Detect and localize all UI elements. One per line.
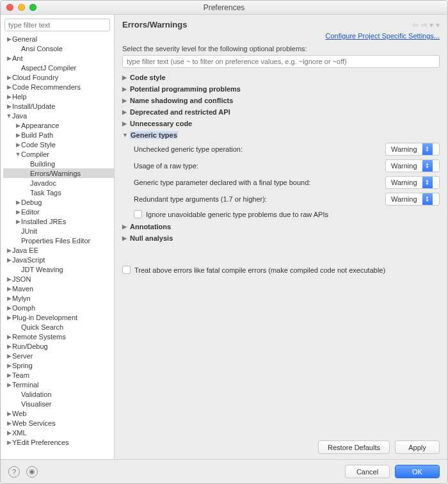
tree-item[interactable]: ▶Appearance bbox=[3, 120, 114, 130]
twisty-closed-icon[interactable]: ▶ bbox=[122, 86, 130, 92]
tree-item[interactable]: ▶Help bbox=[3, 92, 114, 101]
tree-item[interactable]: ▶Run/Debug bbox=[3, 341, 114, 351]
twisty-open-icon[interactable]: ▼ bbox=[6, 113, 12, 119]
close-icon[interactable] bbox=[6, 4, 13, 11]
checkbox-icon[interactable] bbox=[122, 266, 131, 274]
twisty-closed-icon[interactable]: ▶ bbox=[6, 382, 12, 388]
severity-select[interactable]: Warning▲▼ bbox=[385, 176, 440, 189]
twisty-closed-icon[interactable]: ▶ bbox=[15, 209, 21, 215]
twisty-open-icon[interactable]: ▼ bbox=[15, 151, 21, 157]
severity-select[interactable]: Warning▲▼ bbox=[385, 143, 440, 156]
tree-item[interactable]: JUnit bbox=[3, 226, 114, 236]
twisty-closed-icon[interactable]: ▶ bbox=[15, 141, 21, 148]
twisty-closed-icon[interactable]: ▶ bbox=[122, 223, 130, 230]
twisty-closed-icon[interactable]: ▶ bbox=[6, 372, 12, 378]
zoom-icon[interactable] bbox=[29, 4, 36, 11]
tree-item[interactable]: Visualiser bbox=[3, 399, 114, 408]
apply-button[interactable]: Apply bbox=[395, 440, 440, 454]
twisty-closed-icon[interactable]: ▶ bbox=[6, 84, 12, 90]
section-header[interactable]: ▶Deprecated and restricted API bbox=[122, 106, 440, 118]
section-header[interactable]: ▶Null analysis bbox=[122, 232, 440, 244]
tree-item[interactable]: AspectJ Compiler bbox=[3, 63, 114, 72]
select-stepper-icon[interactable]: ▲▼ bbox=[422, 193, 433, 205]
twisty-open-icon[interactable]: ▼ bbox=[122, 132, 130, 138]
help-icon[interactable]: ? bbox=[8, 466, 20, 478]
settings-filter-input[interactable] bbox=[122, 55, 440, 68]
section-header[interactable]: ▼Generic types bbox=[122, 129, 440, 141]
twisty-closed-icon[interactable]: ▶ bbox=[6, 334, 12, 340]
twisty-closed-icon[interactable]: ▶ bbox=[15, 122, 21, 129]
tree-filter-input[interactable] bbox=[4, 19, 110, 31]
tree-item[interactable]: ▼Java bbox=[3, 111, 114, 120]
section-header[interactable]: ▶Unnecessary code bbox=[122, 118, 440, 129]
tree-item[interactable]: Validation bbox=[3, 389, 114, 399]
select-stepper-icon[interactable]: ▲▼ bbox=[422, 143, 433, 155]
twisty-closed-icon[interactable]: ▶ bbox=[15, 132, 21, 138]
tree-item[interactable]: ▶Code Recommenders bbox=[3, 82, 114, 92]
tree-item[interactable]: Quick Search bbox=[3, 322, 114, 332]
tree-item[interactable]: JDT Weaving bbox=[3, 264, 114, 274]
twisty-closed-icon[interactable]: ▶ bbox=[6, 410, 12, 417]
tree-item[interactable]: Task Tags bbox=[3, 188, 114, 197]
cancel-button[interactable]: Cancel bbox=[345, 465, 390, 478]
tree-item[interactable]: ▶Plug-in Development bbox=[3, 312, 114, 322]
ok-button[interactable]: OK bbox=[395, 465, 440, 478]
select-stepper-icon[interactable]: ▲▼ bbox=[422, 177, 433, 188]
checkbox-icon[interactable] bbox=[134, 210, 142, 218]
twisty-closed-icon[interactable]: ▶ bbox=[122, 97, 130, 104]
twisty-closed-icon[interactable]: ▶ bbox=[15, 218, 21, 225]
twisty-closed-icon[interactable]: ▶ bbox=[6, 74, 12, 81]
nav-forward-icon[interactable]: ⇨ ▾ bbox=[421, 20, 433, 29]
tree-item[interactable]: Errors/Warnings bbox=[3, 168, 114, 178]
tree-item[interactable]: ▶Remote Systems bbox=[3, 332, 114, 341]
severity-select[interactable]: Warning▲▼ bbox=[385, 193, 440, 206]
import-export-icon[interactable]: ◉ bbox=[26, 466, 38, 478]
section-header[interactable]: ▶Name shadowing and conflicts bbox=[122, 95, 440, 106]
twisty-closed-icon[interactable]: ▶ bbox=[6, 362, 12, 369]
tree-item[interactable]: Javadoc bbox=[3, 178, 114, 188]
twisty-closed-icon[interactable]: ▶ bbox=[6, 353, 12, 359]
fatal-errors-row[interactable]: Treat above errors like fatal compile er… bbox=[122, 263, 440, 277]
twisty-closed-icon[interactable]: ▶ bbox=[6, 36, 12, 42]
tree-item[interactable]: ▶Spring bbox=[3, 360, 114, 370]
section-header[interactable]: ▶Potential programming problems bbox=[122, 83, 440, 95]
section-checkbox-row[interactable]: Ignore unavoidable generic type problems… bbox=[122, 207, 440, 221]
twisty-closed-icon[interactable]: ▶ bbox=[6, 420, 12, 426]
section-header[interactable]: ▶Annotations bbox=[122, 221, 440, 232]
tree-item[interactable]: ▶JSON bbox=[3, 274, 114, 284]
tree-item[interactable]: ▶Web bbox=[3, 408, 114, 418]
twisty-closed-icon[interactable]: ▶ bbox=[122, 109, 130, 115]
tree-item[interactable]: ▶General bbox=[3, 34, 114, 44]
preferences-tree[interactable]: ▶GeneralAnsi Console▶AntAspectJ Compiler… bbox=[1, 34, 114, 456]
section-header[interactable]: ▶Code style bbox=[122, 72, 440, 83]
tree-item[interactable]: ▶Cloud Foundry bbox=[3, 72, 114, 82]
twisty-closed-icon[interactable]: ▶ bbox=[122, 120, 130, 127]
twisty-closed-icon[interactable]: ▶ bbox=[122, 74, 130, 81]
twisty-closed-icon[interactable]: ▶ bbox=[6, 439, 12, 446]
tree-item[interactable]: ▶Build Path bbox=[3, 130, 114, 140]
twisty-closed-icon[interactable]: ▶ bbox=[6, 103, 12, 109]
tree-item[interactable]: ▶Web Services bbox=[3, 418, 114, 428]
tree-item[interactable]: ▶Debug bbox=[3, 197, 114, 207]
tree-item[interactable]: ▶Java EE bbox=[3, 245, 114, 255]
tree-item[interactable]: ▶Code Style bbox=[3, 140, 114, 149]
twisty-closed-icon[interactable]: ▶ bbox=[6, 314, 12, 321]
nav-back-icon[interactable]: ⇦ bbox=[412, 20, 419, 29]
severity-select[interactable]: Warning▲▼ bbox=[385, 159, 440, 172]
tree-item[interactable]: ▶Install/Update bbox=[3, 101, 114, 111]
twisty-closed-icon[interactable]: ▶ bbox=[6, 247, 12, 254]
minimize-icon[interactable] bbox=[18, 4, 25, 11]
tree-item[interactable]: ▶Oomph bbox=[3, 303, 114, 312]
tree-item[interactable]: ▶Terminal bbox=[3, 380, 114, 389]
twisty-closed-icon[interactable]: ▶ bbox=[6, 430, 12, 436]
tree-item[interactable]: ▶Mylyn bbox=[3, 293, 114, 303]
twisty-closed-icon[interactable]: ▶ bbox=[6, 257, 12, 263]
twisty-closed-icon[interactable]: ▶ bbox=[122, 235, 130, 241]
twisty-closed-icon[interactable]: ▶ bbox=[6, 343, 12, 350]
tree-item[interactable]: ▶Installed JREs bbox=[3, 216, 114, 226]
select-stepper-icon[interactable]: ▲▼ bbox=[422, 160, 433, 172]
project-settings-link[interactable]: Configure Project Specific Settings... bbox=[325, 32, 440, 40]
tree-item[interactable]: ▶Ant bbox=[3, 53, 114, 63]
twisty-closed-icon[interactable]: ▶ bbox=[6, 305, 12, 311]
twisty-closed-icon[interactable]: ▶ bbox=[6, 93, 12, 100]
